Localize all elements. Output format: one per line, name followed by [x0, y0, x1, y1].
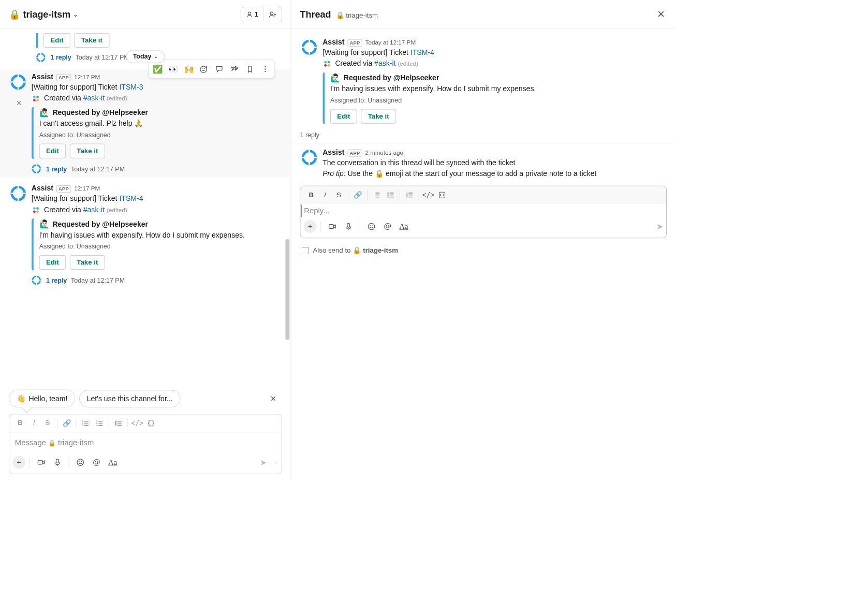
delete-attachment-icon[interactable]: ✕ — [16, 98, 22, 107]
scrollbar[interactable] — [285, 239, 289, 340]
code-block-icon[interactable] — [144, 418, 158, 429]
take-it-button[interactable]: Take it — [75, 33, 110, 48]
suggestion-chip[interactable]: 👋Hello, team! — [9, 390, 75, 407]
reply-count[interactable]: 1 reply — [46, 277, 67, 284]
strike-icon[interactable]: S — [332, 189, 346, 201]
check-react-icon[interactable]: ✅ — [151, 62, 165, 76]
emoji-icon[interactable] — [73, 455, 87, 470]
mic-icon[interactable] — [50, 455, 65, 470]
reply-input[interactable]: Reply... — [301, 204, 666, 216]
reply-count-separator: 1 reply — [291, 127, 676, 143]
sender-name[interactable]: Assist — [322, 148, 344, 156]
timestamp[interactable]: Today at 12:17 PM — [365, 39, 416, 46]
timestamp[interactable]: 2 minutes ago — [365, 149, 404, 156]
person-raising-hand-icon: 🙋🏻‍♂️ — [39, 219, 50, 229]
message-text: [Waiting for support] Ticket ITSM-4 — [32, 194, 282, 204]
message-input[interactable]: Message 🔒 triage-itsm — [9, 432, 282, 452]
bookmark-icon[interactable] — [243, 62, 257, 76]
date-divider[interactable]: Today ⌄ — [126, 50, 165, 63]
close-thread-icon[interactable]: ✕ — [655, 7, 667, 22]
reply-timestamp: Today at 12:17 PM — [71, 277, 125, 284]
also-send-input[interactable] — [302, 247, 309, 254]
raised-hands-react-icon[interactable]: 🙌 — [181, 62, 196, 76]
timestamp[interactable]: 12:17 PM — [74, 74, 100, 80]
bold-icon[interactable]: B — [13, 418, 27, 429]
assigned-to: Assigned to: Unassigned — [330, 97, 667, 104]
take-it-button[interactable]: Take it — [361, 109, 396, 124]
lock-emoji-icon: 🔒 — [375, 170, 384, 178]
eyes-react-icon[interactable]: 👀 — [166, 62, 181, 76]
channel-link[interactable]: #ask-it — [374, 60, 395, 68]
app-badge: APP — [348, 39, 362, 47]
ticket-link[interactable]: ITSM-3 — [119, 83, 143, 92]
person-raising-hand-icon: 🙋🏻‍♂️ — [39, 108, 50, 118]
ticket-link[interactable]: ITSM-4 — [410, 49, 434, 57]
strike-icon[interactable]: S — [41, 418, 55, 429]
ordered-list-icon[interactable]: 123 — [79, 418, 93, 429]
edit-button[interactable]: Edit — [330, 109, 357, 124]
send-button[interactable]: ➤⌄ — [260, 458, 278, 467]
also-send-checkbox[interactable]: Also send to 🔒 triage-itsm — [291, 241, 676, 259]
message: ✅ 👀 🙌 ✕ Assist APP 1 — [0, 69, 291, 178]
channel-link[interactable]: #ask-it — [83, 206, 105, 214]
chevron-down-icon: ⌄ — [73, 11, 78, 18]
emoji-icon[interactable] — [364, 219, 379, 234]
reply-count[interactable]: 1 reply — [46, 166, 67, 173]
members-button[interactable]: 1 — [241, 7, 264, 22]
format-icon[interactable]: Aa — [397, 219, 411, 234]
ordered-list-icon[interactable] — [370, 189, 384, 201]
slack-icon — [32, 94, 40, 103]
edit-button[interactable]: Edit — [43, 33, 70, 48]
code-block-icon[interactable] — [435, 189, 449, 201]
link-icon[interactable]: 🔗 — [60, 418, 74, 429]
take-it-button[interactable]: Take it — [70, 144, 105, 158]
sender-name[interactable]: Assist — [32, 72, 53, 81]
svg-point-30 — [387, 196, 388, 197]
thread-channel[interactable]: 🔒triage-itsm — [336, 11, 378, 19]
take-it-button[interactable]: Take it — [70, 255, 105, 270]
close-suggestions-icon[interactable]: ✕ — [265, 392, 282, 404]
bold-icon[interactable]: B — [304, 189, 318, 201]
formatting-toolbar: B I S 🔗 123 </> — [9, 414, 282, 432]
svg-rect-33 — [347, 223, 350, 227]
ticket-link[interactable]: ITSM-4 — [119, 195, 143, 203]
video-icon[interactable] — [34, 455, 49, 470]
send-options-icon[interactable]: ⌄ — [270, 460, 278, 465]
more-icon[interactable] — [258, 62, 272, 76]
thread-icon[interactable] — [212, 62, 227, 76]
mic-icon[interactable] — [341, 219, 356, 234]
code-icon[interactable]: </> — [130, 418, 144, 429]
add-members-button[interactable] — [263, 7, 282, 22]
sender-name[interactable]: Assist — [32, 184, 53, 193]
bullet-list-icon[interactable] — [93, 418, 107, 429]
attach-icon[interactable]: + — [304, 220, 317, 233]
blockquote-icon[interactable] — [111, 418, 125, 429]
lock-icon: 🔒 — [353, 247, 361, 255]
italic-icon[interactable]: I — [27, 418, 41, 429]
bullet-list-icon[interactable] — [384, 189, 398, 201]
attach-icon[interactable]: + — [12, 456, 25, 469]
reply-count[interactable]: 1 reply — [51, 54, 71, 62]
timestamp[interactable]: 12:17 PM — [74, 185, 100, 192]
svg-point-15 — [265, 68, 266, 69]
message-composer: B I S 🔗 123 </> Message 🔒 triage-itsm + — [9, 414, 282, 474]
assist-avatar-icon — [300, 38, 319, 56]
channel-link[interactable]: #ask-it — [83, 94, 105, 102]
format-icon[interactable]: Aa — [106, 455, 120, 470]
send-button[interactable]: ➤ — [656, 222, 663, 231]
video-icon[interactable] — [325, 219, 340, 234]
italic-icon[interactable]: I — [318, 189, 332, 201]
edit-button[interactable]: Edit — [39, 255, 66, 270]
sender-name[interactable]: Assist — [322, 38, 344, 46]
mention-icon[interactable]: @ — [89, 455, 104, 470]
mention-icon[interactable]: @ — [380, 219, 395, 234]
code-icon[interactable]: </> — [421, 189, 435, 201]
suggestion-chip[interactable]: Let's use this channel for... — [79, 390, 180, 407]
edit-button[interactable]: Edit — [39, 144, 66, 158]
formatting-toolbar: B I S 🔗 </> — [300, 186, 666, 204]
blockquote-icon[interactable] — [403, 189, 417, 201]
channel-title[interactable]: 🔒 triage-itsm ⌄ — [9, 9, 78, 20]
share-icon[interactable] — [227, 62, 242, 76]
link-icon[interactable]: 🔗 — [351, 189, 365, 201]
add-reaction-icon[interactable] — [197, 62, 211, 76]
